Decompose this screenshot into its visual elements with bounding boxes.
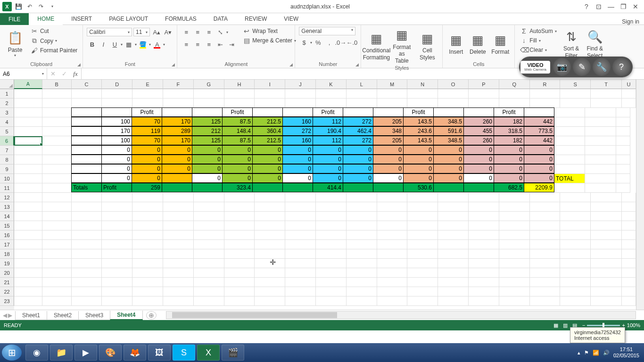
cell-U10[interactable] bbox=[616, 174, 630, 183]
cell-N11[interactable]: 530.6 bbox=[403, 183, 434, 192]
col-header-T[interactable]: T bbox=[591, 80, 622, 89]
cell-O9[interactable]: 0 bbox=[433, 164, 464, 173]
cell-C16[interactable] bbox=[72, 230, 102, 240]
cell-J20[interactable] bbox=[285, 268, 316, 278]
cell-M6[interactable]: 205 bbox=[373, 136, 404, 145]
underline-button[interactable]: U bbox=[109, 39, 120, 49]
cell-T21[interactable] bbox=[591, 278, 622, 287]
cell-Q8[interactable]: 0 bbox=[494, 155, 524, 164]
row-header-6[interactable]: 6 bbox=[0, 136, 14, 146]
cell-E18[interactable] bbox=[132, 249, 163, 259]
cell-M20[interactable] bbox=[377, 268, 408, 278]
align-bottom-button[interactable]: ≡ bbox=[204, 27, 214, 37]
cell-U13[interactable] bbox=[622, 202, 636, 212]
taskbar-excel-icon[interactable]: X bbox=[197, 345, 220, 361]
cell-U14[interactable] bbox=[622, 212, 636, 221]
cell-B2[interactable] bbox=[42, 99, 72, 108]
cell-D15[interactable] bbox=[102, 221, 132, 230]
tab-insert[interactable]: INSERT bbox=[63, 13, 100, 25]
cell-C7[interactable] bbox=[71, 145, 102, 155]
cell-S7[interactable] bbox=[554, 146, 585, 155]
cell-I6[interactable]: 212.5 bbox=[252, 136, 283, 145]
cell-E12[interactable] bbox=[132, 193, 163, 202]
cell-I15[interactable] bbox=[255, 221, 285, 230]
cell-F6[interactable]: 170 bbox=[162, 136, 192, 145]
cell-L23[interactable] bbox=[347, 296, 377, 306]
cell-S16[interactable] bbox=[560, 230, 591, 240]
cell-J14[interactable] bbox=[285, 212, 316, 221]
cell-R4[interactable]: 442 bbox=[524, 117, 554, 126]
row-header-13[interactable]: 13 bbox=[0, 202, 14, 212]
cell-G18[interactable] bbox=[194, 249, 224, 259]
cell-T20[interactable] bbox=[591, 268, 622, 278]
cell-P12[interactable] bbox=[469, 193, 499, 202]
cell-E2[interactable] bbox=[132, 99, 163, 108]
cell-T14[interactable] bbox=[591, 212, 622, 221]
qat-customize[interactable]: ▾ bbox=[47, 1, 58, 12]
cell-A19[interactable] bbox=[14, 259, 42, 268]
cell-M19[interactable] bbox=[377, 259, 408, 268]
alignment-launcher[interactable]: ◢ bbox=[289, 62, 293, 67]
cell-G14[interactable] bbox=[194, 212, 224, 221]
cell-U1[interactable] bbox=[622, 89, 636, 99]
cell-P17[interactable] bbox=[469, 240, 499, 249]
increase-font-button[interactable]: A▴ bbox=[151, 27, 162, 37]
cell-R12[interactable] bbox=[530, 193, 561, 202]
cell-F13[interactable] bbox=[163, 202, 194, 212]
cell-F22[interactable] bbox=[163, 287, 194, 296]
wrap-text-button[interactable]: ↩Wrap Text bbox=[241, 27, 297, 35]
cell-A14[interactable] bbox=[14, 212, 42, 221]
cell-M14[interactable] bbox=[377, 212, 408, 221]
overlay-edit-icon[interactable]: ✎ bbox=[573, 58, 591, 76]
cell-T13[interactable] bbox=[591, 202, 622, 212]
cell-G3[interactable] bbox=[192, 107, 223, 117]
video-overlay-toolbar[interactable]: VIDEOWeb Camera 📷 ✎ 🔧 ? bbox=[519, 57, 633, 77]
cell-O1[interactable] bbox=[438, 89, 469, 99]
cell-F7[interactable]: 0 bbox=[162, 145, 192, 155]
cell-R1[interactable] bbox=[530, 89, 561, 99]
cell-N15[interactable] bbox=[407, 221, 438, 230]
row-header-5[interactable]: 5 bbox=[0, 127, 14, 136]
cell-A8[interactable] bbox=[14, 155, 42, 165]
cell-K5[interactable]: 190.4 bbox=[313, 126, 343, 136]
cell-H1[interactable] bbox=[224, 89, 255, 99]
cell-P23[interactable] bbox=[469, 296, 499, 306]
italic-button[interactable]: I bbox=[98, 39, 108, 49]
cell-D20[interactable] bbox=[102, 268, 132, 278]
cell-E3[interactable]: Profit bbox=[132, 107, 162, 117]
cell-S5[interactable] bbox=[554, 127, 585, 136]
cell-C11[interactable]: Totals bbox=[71, 183, 102, 192]
cell-A22[interactable] bbox=[14, 287, 42, 296]
cell-I7[interactable]: 0 bbox=[252, 145, 283, 155]
cell-B16[interactable] bbox=[42, 230, 72, 240]
cell-K10[interactable]: 0 bbox=[313, 173, 343, 183]
cell-K12[interactable] bbox=[316, 193, 347, 202]
cell-J23[interactable] bbox=[285, 296, 316, 306]
cell-E21[interactable] bbox=[132, 278, 163, 287]
cell-L22[interactable] bbox=[347, 287, 377, 296]
cell-F3[interactable] bbox=[162, 107, 192, 117]
cell-H11[interactable]: 323.4 bbox=[222, 183, 253, 192]
cell-F15[interactable] bbox=[163, 221, 194, 230]
cell-G10[interactable]: 0 bbox=[192, 173, 223, 183]
cell-U5[interactable] bbox=[616, 127, 630, 136]
cell-E11[interactable]: 259 bbox=[132, 183, 162, 192]
cell-T23[interactable] bbox=[591, 296, 622, 306]
cell-A3[interactable] bbox=[14, 108, 42, 117]
cell-F20[interactable] bbox=[163, 268, 194, 278]
cell-C2[interactable] bbox=[72, 99, 102, 108]
cell-N20[interactable] bbox=[407, 268, 438, 278]
cut-button[interactable]: ✂Cut bbox=[29, 27, 79, 35]
cell-O2[interactable] bbox=[438, 99, 469, 108]
cell-B1[interactable] bbox=[42, 89, 72, 99]
cell-Q1[interactable] bbox=[499, 89, 530, 99]
cell-F4[interactable]: 170 bbox=[162, 117, 192, 126]
cell-J21[interactable] bbox=[285, 278, 316, 287]
cell-U16[interactable] bbox=[622, 230, 636, 240]
cell-I11[interactable] bbox=[252, 183, 283, 192]
cell-E20[interactable] bbox=[132, 268, 163, 278]
cell-J3[interactable] bbox=[282, 107, 313, 117]
fill-button[interactable]: ↓Fill ▾ bbox=[519, 36, 558, 45]
signin-link[interactable]: Sign in bbox=[622, 18, 644, 25]
cell-S22[interactable] bbox=[560, 287, 591, 296]
